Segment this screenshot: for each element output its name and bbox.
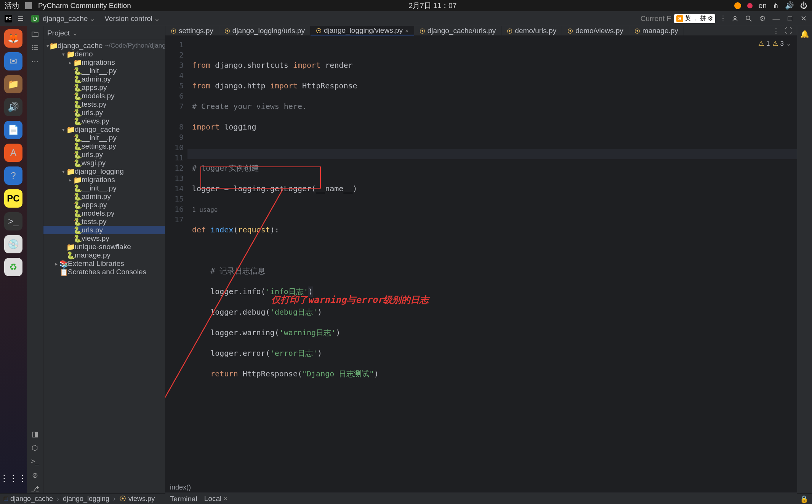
terminal-tab-local[interactable]: Local × bbox=[204, 493, 228, 504]
tree-item[interactable]: 🐍tests.py bbox=[43, 100, 165, 109]
editor-tab[interactable]: ⦿manage.py bbox=[629, 26, 684, 35]
project-tool-icon[interactable] bbox=[30, 29, 40, 38]
tree-item[interactable]: ▸📁migrations bbox=[43, 58, 165, 67]
search-icon[interactable] bbox=[744, 14, 753, 23]
tree-item[interactable]: ▸📚External Libraries bbox=[43, 259, 165, 268]
tree-item[interactable]: ▸📁migrations bbox=[43, 176, 165, 184]
file-icon: 📚 bbox=[59, 259, 66, 268]
tree-item[interactable]: 🐍__init__.py bbox=[43, 134, 165, 142]
tree-item[interactable]: ▾📁demo bbox=[43, 50, 165, 58]
dock-help-icon[interactable]: ? bbox=[4, 166, 22, 185]
tree-item[interactable]: 🐍manage.py bbox=[43, 251, 165, 259]
sogou-s-icon: S bbox=[676, 15, 683, 22]
settings-gear-icon[interactable]: ⚙ bbox=[758, 14, 767, 23]
dock-trash-icon[interactable]: ♻ bbox=[4, 258, 22, 276]
tree-item[interactable]: 🐍views.py bbox=[43, 234, 165, 243]
tree-item-label: models.py bbox=[82, 209, 115, 218]
sogou-icon[interactable] bbox=[734, 2, 741, 9]
tree-item[interactable]: 🐍admin.py bbox=[43, 75, 165, 83]
tree-item[interactable]: 🐍settings.py bbox=[43, 142, 165, 150]
editor-tabs: ⦿settings.py⦿django_logging/urls.py⦿djan… bbox=[165, 26, 797, 36]
vcs-selector[interactable]: Version control ⌄ bbox=[101, 13, 163, 24]
python-console-icon[interactable]: ◨ bbox=[30, 429, 40, 438]
editor-tab[interactable]: ⦿demo/urls.py bbox=[501, 26, 562, 35]
line-gutter[interactable]: 1234567891011121314151617 bbox=[165, 36, 187, 482]
services-icon[interactable]: ⬡ bbox=[30, 443, 40, 452]
tree-item[interactable]: 🐍__init__.py bbox=[43, 67, 165, 75]
tab-label: manage.py bbox=[642, 27, 678, 35]
code-editor[interactable]: from django.shortcuts import render from… bbox=[187, 36, 797, 482]
tree-item[interactable]: 🐍urls.py bbox=[43, 150, 165, 159]
dock-software-icon[interactable]: A bbox=[4, 144, 22, 162]
tree-item[interactable]: 🐍models.py bbox=[43, 92, 165, 100]
tree-item[interactable]: 🐍tests.py bbox=[43, 218, 165, 226]
editor-tab[interactable]: ⦿django_logging/urls.py bbox=[219, 26, 311, 35]
ime-indicator[interactable]: S 英 ， 拼 ⚙ bbox=[674, 14, 715, 23]
more-tool-icon[interactable]: ⋯ bbox=[30, 57, 40, 66]
code-with-me-icon[interactable] bbox=[730, 14, 740, 23]
annotation-box-code bbox=[200, 166, 321, 189]
terminal-tab-main[interactable]: Terminal bbox=[170, 493, 197, 504]
volume-icon[interactable]: 🔊 bbox=[785, 1, 794, 10]
editor-tab[interactable]: ⦿django_logging/views.py× bbox=[311, 26, 414, 35]
tree-item[interactable]: 🐍views.py bbox=[43, 117, 165, 125]
input-lang[interactable]: en bbox=[759, 2, 767, 10]
dock-writer-icon[interactable]: 📄 bbox=[4, 121, 22, 139]
system-datetime[interactable]: 2月7日 11：07 bbox=[131, 1, 734, 11]
tree-item-label: migrations bbox=[82, 58, 115, 67]
tree-item[interactable]: 📋Scratches and Consoles bbox=[43, 268, 165, 276]
tree-item[interactable]: 🐍apps.py bbox=[43, 83, 165, 92]
vcs-tool-icon[interactable]: ⎇ bbox=[30, 484, 40, 493]
power-icon[interactable]: ⏻ bbox=[800, 2, 807, 10]
dock-disk-icon[interactable]: 💿 bbox=[4, 235, 22, 253]
project-selector[interactable]: D django_cache ⌄ bbox=[28, 13, 98, 24]
dock-firefox-icon[interactable]: 🦊 bbox=[4, 29, 22, 48]
tree-item[interactable]: 🐍urls.py bbox=[43, 226, 165, 234]
close-icon[interactable]: × bbox=[405, 27, 408, 34]
editor-tab[interactable]: ⦿demo/views.py bbox=[562, 26, 629, 35]
tree-root[interactable]: ▾ 📁 django_cache ~/Code/Python/django_ca… bbox=[43, 42, 165, 50]
hamburger-icon[interactable] bbox=[16, 14, 25, 23]
project-tree[interactable]: ▾ 📁 django_cache ~/Code/Python/django_ca… bbox=[43, 40, 165, 278]
tree-item[interactable]: 🐍__init__.py bbox=[43, 184, 165, 192]
ide-left-stripe: ⋯ ◨ ⬡ >_ ⊘ ⎇ bbox=[27, 26, 43, 493]
dock-rhythmbox-icon[interactable]: 🔊 bbox=[4, 98, 22, 116]
file-icon: 📁 bbox=[66, 243, 73, 251]
editor-tab[interactable]: ⦿settings.py bbox=[165, 26, 219, 35]
editor-tab[interactable]: ⦿django_cache/urls.py bbox=[414, 26, 502, 35]
activities-label[interactable]: 活动 bbox=[5, 1, 19, 11]
network-icon[interactable]: ⋔ bbox=[773, 1, 779, 10]
structure-tool-icon[interactable] bbox=[30, 43, 40, 52]
tree-item[interactable]: 📁unique-snowflake bbox=[43, 243, 165, 251]
tree-item[interactable]: 🐍admin.py bbox=[43, 192, 165, 201]
close-window-icon[interactable]: ✕ bbox=[799, 14, 808, 23]
tree-item[interactable]: 🐍models.py bbox=[43, 209, 165, 218]
editor-breadcrumb[interactable]: index() bbox=[165, 482, 797, 493]
readonly-lock-icon[interactable]: 🔒 bbox=[800, 495, 808, 503]
tree-item[interactable]: ▾📁django_cache bbox=[43, 125, 165, 134]
tree-item[interactable]: ▾📁django_logging bbox=[43, 167, 165, 176]
tree-item[interactable]: 🐍urls.py bbox=[43, 109, 165, 117]
pycharm-logo-icon[interactable]: PC bbox=[4, 14, 13, 23]
dock-thunderbird-icon[interactable]: ✉ bbox=[4, 52, 22, 70]
tab-label: django_logging/views.py bbox=[324, 26, 403, 35]
dock-terminal-icon[interactable]: >_ bbox=[4, 212, 22, 230]
project-header[interactable]: Project ⌄ bbox=[43, 26, 165, 40]
tree-item[interactable]: 🐍apps.py bbox=[43, 201, 165, 209]
navigation-breadcrumb[interactable]: □ django_cache › django_logging › ⦿ view… bbox=[4, 495, 155, 503]
close-icon[interactable]: × bbox=[224, 494, 228, 502]
terminal-tool-icon[interactable]: >_ bbox=[30, 457, 40, 466]
annotation-text: 仅打印了warning与error级别的日志 bbox=[271, 295, 429, 305]
minimize-icon[interactable]: — bbox=[772, 14, 781, 23]
dock-files-icon[interactable]: 📁 bbox=[4, 75, 22, 93]
tree-item[interactable]: 🐍wsgi.py bbox=[43, 159, 165, 167]
maximize-icon[interactable]: □ bbox=[785, 14, 794, 23]
dnd-icon[interactable] bbox=[747, 3, 753, 8]
dock-pycharm-icon[interactable]: PC bbox=[4, 189, 22, 208]
dock-apps-grid-icon[interactable]: ⋮⋮⋮ bbox=[4, 469, 22, 487]
tab-kebab-icon[interactable]: ⋮ bbox=[772, 27, 780, 35]
problems-tool-icon[interactable]: ⊘ bbox=[30, 470, 40, 480]
notifications-icon[interactable]: 🔔 bbox=[800, 29, 809, 38]
expand-editor-icon[interactable]: ⛶ bbox=[785, 27, 792, 35]
kebab-icon[interactable]: ⋮ bbox=[718, 14, 727, 23]
